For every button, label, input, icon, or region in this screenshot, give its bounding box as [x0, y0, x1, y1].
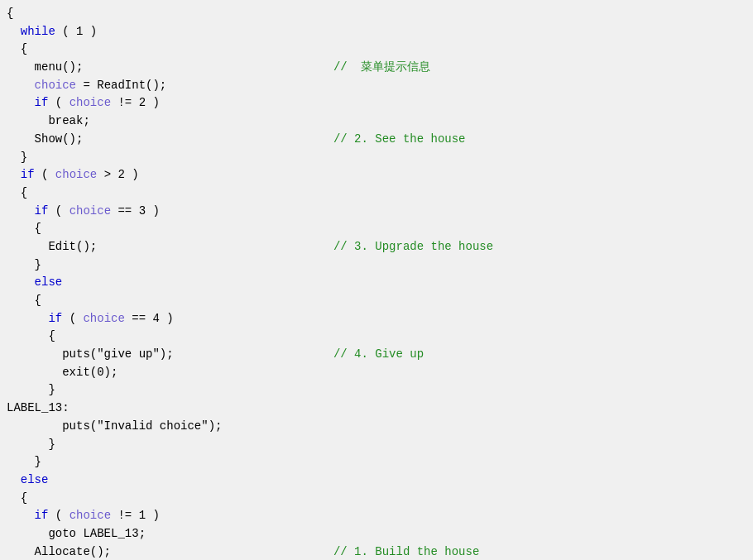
code-line: Allocate(); // 1. Build the house	[7, 543, 746, 560]
code-line: }	[7, 453, 746, 471]
code-line: LABEL_13:	[7, 400, 746, 418]
code-container: { while ( 1 ) { menu(); // 菜单提示信息 choice…	[0, 0, 753, 560]
code-line: else	[7, 274, 746, 292]
code-line: if ( choice > 2 )	[7, 166, 746, 184]
code-block: { while ( 1 ) { menu(); // 菜单提示信息 choice…	[0, 3, 753, 560]
code-line: else	[7, 471, 746, 490]
code-line: puts("Invalid choice");	[7, 418, 746, 436]
code-line: if ( choice != 2 )	[7, 94, 746, 112]
code-line: }	[7, 381, 746, 400]
code-line: {	[7, 490, 746, 508]
code-line: choice = ReadInt();	[7, 77, 746, 95]
code-line: exit(0);	[7, 364, 746, 382]
code-line: menu(); // 菜单提示信息	[7, 59, 746, 77]
code-line: if ( choice != 1 )	[7, 507, 746, 525]
code-line: {	[7, 328, 746, 346]
code-line: break;	[7, 112, 746, 131]
code-line: goto LABEL_13;	[7, 525, 746, 543]
code-line: while ( 1 )	[7, 23, 746, 41]
code-line: Show(); // 2. See the house	[7, 131, 746, 149]
code-line: }	[7, 149, 746, 167]
code-line: {	[7, 292, 746, 310]
code-line: {	[7, 184, 746, 203]
code-line: {	[7, 220, 746, 238]
code-line: Edit(); // 3. Upgrade the house	[7, 238, 746, 256]
code-line: puts("give up"); // 4. Give up	[7, 346, 746, 364]
code-line: {	[7, 41, 746, 59]
code-line: }	[7, 256, 746, 275]
code-line: if ( choice == 3 )	[7, 203, 746, 221]
code-line: {	[7, 5, 746, 23]
code-line: if ( choice == 4 )	[7, 310, 746, 328]
code-line: }	[7, 436, 746, 454]
